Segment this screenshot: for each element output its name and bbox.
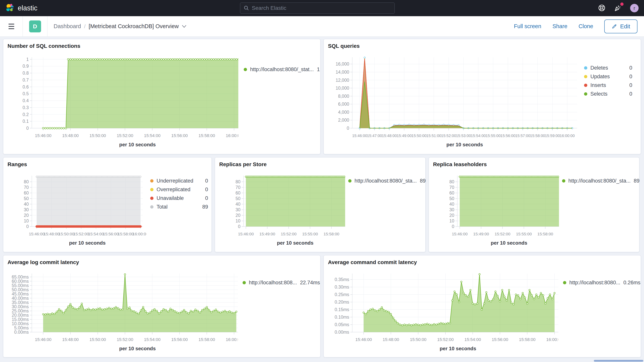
legend-item[interactable]: http://localhost:8080...0.26ms	[563, 280, 637, 286]
svg-text:15:56:00: 15:56:00	[492, 337, 508, 342]
legend-item[interactable]: Deletes0	[584, 65, 632, 71]
legend-item[interactable]: Total89	[150, 204, 208, 210]
svg-text:20: 20	[449, 213, 454, 218]
svg-text:15:58:00: 15:58:00	[118, 232, 134, 236]
svg-text:16:00:00: 16:00:00	[560, 134, 575, 138]
header-actions: r	[598, 4, 638, 12]
svg-text:0.00ms: 0.00ms	[335, 330, 349, 335]
svg-text:per 10 seconds: per 10 seconds	[119, 346, 156, 352]
newsfeed-button[interactable]	[614, 4, 622, 12]
svg-text:0.1: 0.1	[22, 119, 29, 124]
legend-dot	[584, 84, 587, 87]
svg-text:10,000: 10,000	[336, 86, 349, 90]
help-button[interactable]	[598, 4, 606, 12]
legend-value: 0	[629, 91, 632, 97]
chart-legend: http://localhost:808...22.74ms	[242, 280, 317, 352]
search-bar[interactable]	[240, 2, 395, 14]
legend-item[interactable]: http://localhost:8080/_sta...89	[562, 178, 636, 184]
search-input[interactable]	[252, 5, 391, 11]
legend-item[interactable]: Overreplicated0	[150, 186, 208, 192]
svg-text:0: 0	[26, 224, 29, 229]
brand-text: elastic	[18, 4, 38, 12]
svg-text:15:52:00: 15:52:00	[281, 232, 296, 236]
legend-label: Unavailable	[156, 195, 184, 201]
svg-text:15:46:00: 15:46:00	[355, 337, 372, 342]
clone-button[interactable]: Clone	[579, 23, 593, 30]
panel-replica-leaseholders: Replica leaseholders 8070605040302010015…	[429, 157, 639, 252]
svg-text:15:54:00: 15:54:00	[471, 134, 486, 138]
svg-text:0.4: 0.4	[22, 98, 29, 103]
menu-button[interactable]	[8, 24, 14, 29]
legend-item[interactable]: Unavailable0	[150, 195, 208, 201]
panel-title: Average command commit latency	[328, 259, 636, 266]
svg-text:0.15ms: 0.15ms	[335, 307, 349, 312]
legend-value: 0	[629, 74, 632, 80]
legend-value: 89	[420, 178, 426, 184]
svg-text:15:54:00: 15:54:00	[464, 337, 481, 342]
svg-text:per 10 seconds: per 10 seconds	[440, 346, 476, 352]
legend-value: 0.26ms	[623, 280, 640, 286]
legend-label: Deletes	[590, 65, 608, 71]
horizontal-scrollbar[interactable]	[594, 360, 643, 362]
elastic-logo[interactable]: elastic	[6, 4, 38, 13]
svg-text:15:48:00: 15:48:00	[62, 133, 79, 138]
chart-canvas[interactable]: 65.00ms60.00ms55.00ms50.00ms45.00ms40.00…	[7, 266, 238, 352]
svg-text:0.35ms: 0.35ms	[335, 277, 349, 282]
legend-dot	[242, 281, 246, 284]
pencil-icon	[612, 24, 617, 29]
svg-text:15:54:00: 15:54:00	[144, 133, 160, 138]
chevron-down-icon[interactable]	[182, 25, 186, 28]
dashboard-toolbar: D Dashboard / [Metricbeat CockroachDB] O…	[0, 16, 644, 36]
svg-text:15:51:00: 15:51:00	[426, 134, 441, 138]
edit-button[interactable]: Edit	[604, 20, 638, 33]
svg-text:50: 50	[449, 196, 454, 201]
svg-text:50: 50	[24, 196, 29, 201]
svg-text:0.05ms: 0.05ms	[335, 322, 349, 327]
full-screen-button[interactable]: Full screen	[514, 23, 541, 30]
breadcrumb-dashboard[interactable]: Dashboard	[54, 23, 81, 30]
svg-text:15:50:00: 15:50:00	[58, 232, 74, 236]
toolbar-actions: Full screen Share Clone Edit	[514, 20, 644, 33]
svg-text:0.00ms: 0.00ms	[14, 330, 29, 335]
svg-text:per 10 seconds: per 10 seconds	[446, 142, 483, 148]
svg-text:0.20ms: 0.20ms	[335, 300, 349, 304]
share-button[interactable]: Share	[552, 23, 567, 30]
chart-canvas[interactable]: 10.90.80.70.60.50.40.30.20.1015:46:0015:…	[7, 50, 238, 148]
legend-dot	[562, 179, 565, 182]
svg-text:6,000: 6,000	[338, 102, 349, 106]
chart-canvas[interactable]: 8070605040302010015:46:0015:48:0015:50:0…	[7, 168, 146, 246]
legend-label: http://localhost:8080/_stat...	[250, 66, 314, 72]
legend-item[interactable]: Selects0	[584, 91, 632, 97]
svg-text:40: 40	[24, 202, 29, 207]
legend-dot	[150, 196, 154, 200]
space-badge[interactable]: D	[29, 20, 41, 32]
legend-item[interactable]: http://localhost:808...22.74ms	[242, 280, 317, 286]
chart-canvas[interactable]: 8070605040302010015:46:0015:49:0015:52:0…	[432, 168, 559, 246]
legend-item[interactable]: Underreplicated0	[150, 178, 208, 184]
svg-text:15:49:00: 15:49:00	[396, 134, 412, 138]
panel-replicas-per-store: Replicas per Store 8070605040302010015:4…	[215, 157, 426, 252]
chart-legend: Deletes0Updates0Inserts0Selects0	[584, 65, 632, 148]
svg-text:0.6: 0.6	[22, 84, 29, 90]
chart-canvas[interactable]: 16,00014,00012,00010,0008,0006,0004,0002…	[327, 50, 582, 148]
legend-item[interactable]: Inserts0	[584, 82, 632, 88]
lifebuoy-icon	[598, 4, 606, 12]
chart-canvas[interactable]: 0.35ms0.30ms0.25ms0.20ms0.15ms0.10ms0.05…	[327, 266, 558, 352]
svg-text:0.2: 0.2	[22, 112, 29, 117]
svg-text:0: 0	[452, 224, 454, 229]
legend-item[interactable]: Updates0	[584, 74, 632, 80]
svg-text:60: 60	[24, 190, 29, 196]
svg-text:15:46:00: 15:46:00	[35, 133, 52, 138]
edit-label: Edit	[620, 23, 630, 30]
legend-item[interactable]: http://localhost:8080/_sta...89	[348, 178, 422, 184]
svg-text:40: 40	[449, 202, 454, 207]
svg-text:15:54:00: 15:54:00	[88, 232, 104, 236]
chart-canvas[interactable]: 8070605040302010015:46:0015:49:0015:52:0…	[218, 168, 345, 246]
panel-title: Number of SQL connections	[8, 43, 316, 49]
search-icon	[244, 6, 249, 11]
svg-text:15:46:00: 15:46:00	[352, 134, 367, 138]
legend-item[interactable]: http://localhost:8080/_stat...1	[244, 66, 317, 72]
legend-label: Updates	[590, 74, 610, 80]
user-avatar[interactable]: r	[630, 4, 638, 12]
svg-text:15:47:00: 15:47:00	[367, 134, 382, 138]
